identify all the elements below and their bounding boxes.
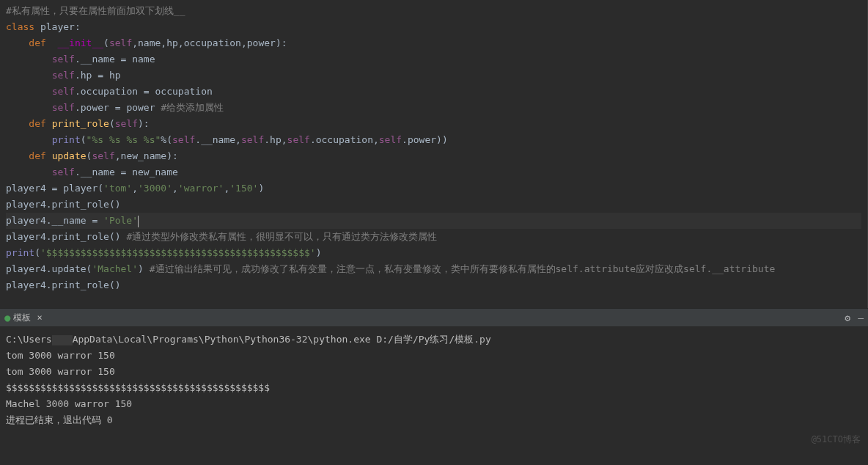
- console-panel-header: ● 模板 × ⚙ —: [0, 308, 868, 327]
- code-line: def __init__(self,name,hp,occupation,pow…: [6, 35, 861, 51]
- console-line: tom 3000 warror 150: [6, 364, 862, 380]
- code-line: def print_role(self):: [6, 116, 861, 132]
- console-output[interactable]: C:\UsersAppData\Local\Programs\Python\Py…: [0, 327, 868, 452]
- cursor-icon: [138, 216, 139, 227]
- code-line: self.__name = new_name: [6, 164, 861, 180]
- code-line: player4.print_role(): [6, 277, 861, 293]
- console-line: Machel 3000 warror 150: [6, 396, 862, 412]
- code-line: player4.print_role() #通过类型外修改类私有属性，很明显不可…: [6, 229, 861, 245]
- code-line: self.occupation = occupation: [6, 84, 861, 100]
- minimize-icon[interactable]: —: [858, 312, 864, 323]
- gear-icon[interactable]: ⚙: [845, 312, 850, 323]
- console-line: 进程已结束，退出代码 0: [6, 412, 862, 428]
- code-line: self.power = power #给类添加属性: [6, 100, 861, 116]
- code-line: def update(self,new_name):: [6, 148, 861, 164]
- console-line: $$$$$$$$$$$$$$$$$$$$$$$$$$$$$$$$$$$$$$$$…: [6, 380, 862, 396]
- code-line: player4.update('Machel') #通过输出结果可见，成功修改了…: [6, 261, 861, 277]
- code-line: class player:: [6, 19, 861, 35]
- console-line: tom 3000 warror 150: [6, 348, 862, 364]
- close-tab-icon[interactable]: ×: [37, 312, 42, 323]
- watermark: @51CTO博客: [812, 431, 861, 447]
- code-line: print('$$$$$$$$$$$$$$$$$$$$$$$$$$$$$$$$$…: [6, 245, 861, 261]
- code-line: self.hp = hp: [6, 67, 861, 84]
- code-line: player4.print_role(): [6, 197, 861, 213]
- run-status-icon: ●: [4, 312, 10, 323]
- console-line: C:\UsersAppData\Local\Programs\Python\Py…: [6, 332, 862, 348]
- code-editor[interactable]: #私有属性，只要在属性前面加双下划线__ class player: def _…: [0, 0, 868, 308]
- code-line: print("%s %s %s %s"%(self.__name,self.hp…: [6, 132, 861, 148]
- redacted-block: [52, 335, 73, 345]
- code-line: self.__name = name: [6, 51, 861, 67]
- code-line: #私有属性，只要在属性前面加双下划线__: [6, 3, 861, 19]
- console-tab-label: 模板: [13, 312, 31, 324]
- console-tab[interactable]: ● 模板 ×: [4, 312, 43, 324]
- code-line-active: player4.__name = 'Pole': [6, 213, 861, 229]
- comment: #私有属性，只要在属性前面加双下划线__: [6, 5, 185, 16]
- code-line: player4 = player('tom','3000','warror','…: [6, 180, 861, 197]
